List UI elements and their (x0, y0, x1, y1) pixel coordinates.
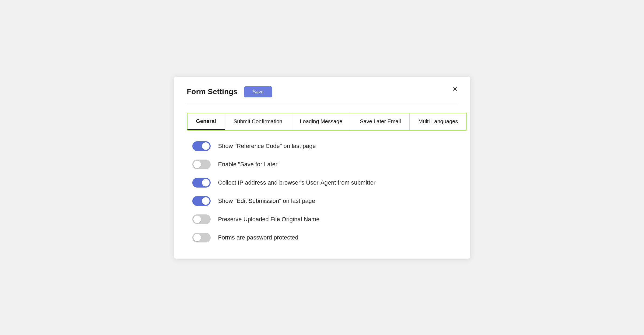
tab-loading-message[interactable]: Loading Message (291, 113, 351, 130)
tab-save-later-email[interactable]: Save Later Email (351, 113, 410, 130)
form-settings-modal: Form Settings Save × General Submit Conf… (174, 77, 470, 259)
tab-multi-languages[interactable]: Multi Languages (410, 113, 467, 130)
setting-row-preserve-filename: Preserve Uploaded File Original Name (192, 214, 457, 224)
toggle-collect-ip[interactable] (192, 178, 211, 188)
toggle-edit-submission[interactable] (192, 196, 211, 206)
toggle-reference-code[interactable] (192, 141, 211, 151)
tab-submit-confirmation[interactable]: Submit Confirmation (225, 113, 291, 130)
setting-row-save-for-later: Enable "Save for Later" (192, 160, 457, 169)
header-divider (187, 104, 457, 104)
toggle-save-for-later[interactable] (192, 160, 211, 169)
setting-label-reference-code: Show "Reference Code" on last page (218, 143, 316, 150)
modal-title: Form Settings (187, 87, 238, 96)
setting-row-reference-code: Show "Reference Code" on last page (192, 141, 457, 151)
toggle-password-protected[interactable] (192, 233, 211, 242)
setting-label-preserve-filename: Preserve Uploaded File Original Name (218, 216, 320, 223)
setting-label-save-for-later: Enable "Save for Later" (218, 161, 280, 168)
toggle-reference-code-slider (192, 141, 211, 151)
toggle-edit-submission-slider (192, 196, 211, 206)
setting-row-password-protected: Forms are password protected (192, 233, 457, 242)
setting-label-edit-submission: Show "Edit Submission" on last page (218, 198, 315, 204)
setting-row-collect-ip: Collect IP address and browser's User-Ag… (192, 178, 457, 188)
toggle-preserve-filename[interactable] (192, 214, 211, 224)
close-button[interactable]: × (453, 85, 457, 93)
toggle-collect-ip-slider (192, 178, 211, 188)
toggle-password-protected-slider (192, 233, 211, 242)
setting-row-edit-submission: Show "Edit Submission" on last page (192, 196, 457, 206)
save-button[interactable]: Save (244, 86, 272, 97)
tab-general[interactable]: General (187, 113, 225, 130)
tabs-container: General Submit Confirmation Loading Mess… (187, 113, 467, 131)
setting-label-password-protected: Forms are password protected (218, 234, 298, 241)
toggle-save-for-later-slider (192, 160, 211, 169)
modal-header: Form Settings Save (187, 86, 457, 97)
toggle-preserve-filename-slider (192, 214, 211, 224)
settings-list: Show "Reference Code" on last page Enabl… (187, 141, 457, 242)
setting-label-collect-ip: Collect IP address and browser's User-Ag… (218, 179, 376, 186)
